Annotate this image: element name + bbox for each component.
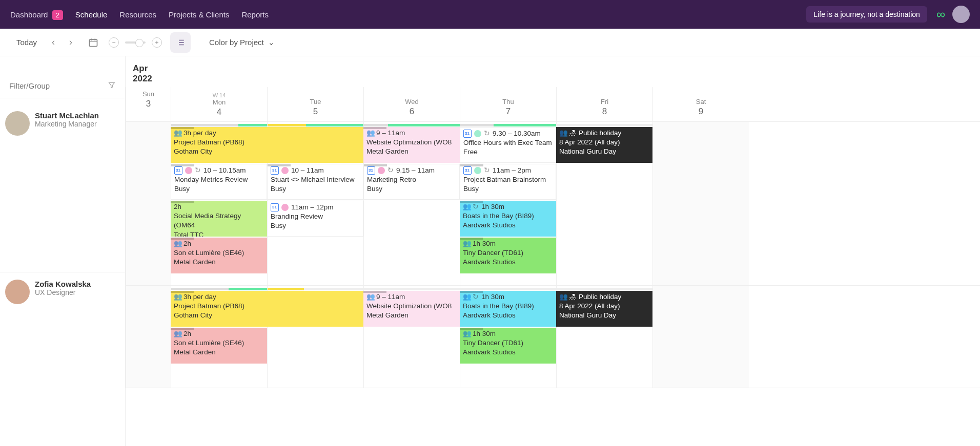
person-row: Stuart McLachlan Marketing Manager: [126, 122, 980, 286]
day-head-fri[interactable]: Fri8: [556, 87, 652, 121]
event-wo8[interactable]: 👥9 – 11am Website Optimization (WO8 Meta…: [363, 291, 460, 327]
person-avatar: [5, 111, 30, 136]
event-brainstorm[interactable]: ↻11am – 2pm Project Batman Brainstorm Bu…: [460, 164, 556, 200]
day-head-tue[interactable]: Tue5: [267, 87, 363, 121]
capacity-bar: [268, 288, 363, 290]
day-head-wed[interactable]: Wed6: [363, 87, 460, 121]
holiday-icon: 🏖: [569, 292, 576, 302]
people-icon: 👥: [463, 329, 470, 338]
day-col-sat[interactable]: [652, 286, 749, 388]
week-label: W 14: [171, 90, 267, 98]
people-icon: 👥: [174, 292, 181, 302]
color-dot-icon: [281, 167, 289, 174]
people-icon: 👥: [559, 292, 566, 302]
infinity-icon[interactable]: ∞: [936, 7, 945, 22]
capacity-bar: [460, 288, 556, 290]
event-office-hours[interactable]: ↻9.30 – 10.30am Office Hours with Exec T…: [460, 127, 556, 163]
gcal-icon: [463, 166, 472, 175]
next-button[interactable]: ›: [64, 35, 78, 50]
person-cell[interactable]: Stuart McLachlan Marketing Manager: [0, 104, 126, 143]
gcal-icon: [367, 166, 375, 175]
day-head-thu[interactable]: Thu7: [460, 87, 556, 121]
top-nav-bar: Dashboard 2 Schedule Resources Projects …: [0, 0, 980, 29]
recurring-icon: ↻: [484, 129, 490, 138]
gcal-icon: [174, 166, 182, 175]
event-wo8[interactable]: 👥9 – 11am Website Optimization (WO8 Meta…: [363, 127, 460, 163]
event-boats[interactable]: 👥↻1h 30m Boats in the Bay (BI89) Aardvar…: [460, 201, 556, 237]
capacity-bar: [557, 124, 652, 126]
event-marketing-retro[interactable]: ↻9.15 – 11am Marketing Retro Busy: [363, 164, 460, 200]
person-name: Zofia Kowalska: [35, 280, 91, 288]
day-head-sun[interactable]: Sun3: [126, 87, 171, 121]
today-button[interactable]: Today: [10, 34, 43, 51]
capacity-bar: [268, 124, 363, 126]
recurring-icon: ↻: [195, 166, 201, 175]
quote-banner: Life is a journey, not a destination: [806, 6, 927, 23]
nav-projects[interactable]: Projects & Clients: [169, 10, 229, 19]
people-icon: 👥: [174, 329, 181, 338]
event-stuart-interview[interactable]: 10 – 11am Stuart <> Michael Interview Bu…: [267, 164, 363, 200]
user-avatar[interactable]: [952, 6, 970, 23]
zoom-slider[interactable]: [125, 41, 146, 44]
person-role: UX Designer: [35, 288, 91, 296]
day-head-mon[interactable]: W 14 Mon4: [171, 87, 267, 121]
event-pb68[interactable]: 👥3h per day Project Batman (PB68) Gotham…: [171, 291, 363, 327]
prev-button[interactable]: ‹: [46, 35, 60, 50]
person-avatar: [5, 280, 30, 304]
capacity-bar: [364, 288, 460, 290]
color-dot-icon: [378, 167, 385, 174]
calendar-icon[interactable]: [86, 35, 100, 50]
color-dot-icon: [474, 167, 481, 174]
event-holiday[interactable]: 👥🏖Public holiday 8 Apr 2022 (All day) Na…: [556, 127, 652, 163]
day-col-sat[interactable]: [652, 122, 749, 285]
zoom-out-button[interactable]: −: [109, 37, 119, 48]
event-tiny-dancer[interactable]: 👥1h 30m Tiny Dancer (TD61) Aardvark Stud…: [460, 238, 556, 273]
day-col-sun[interactable]: [126, 286, 171, 388]
capacity-bar: [171, 124, 267, 126]
people-icon: 👥: [174, 129, 181, 138]
event-sel[interactable]: 👥2h Son et Lumière (SE46) Metal Garden: [171, 238, 267, 273]
person-row: Zofia Kowalska UX Designer: [126, 286, 980, 388]
color-by-dropdown[interactable]: Color by Project ⌄: [209, 38, 275, 47]
month-label: Apr 2022: [126, 56, 171, 87]
list-view-toggle[interactable]: [170, 32, 191, 53]
people-icon: 👥: [366, 129, 374, 138]
nav-reports[interactable]: Reports: [241, 10, 269, 19]
gcal-icon: [271, 166, 279, 175]
capacity-bar: [557, 288, 652, 290]
event-monday-metrics[interactable]: ↻10 – 10.15am Monday Metrics Review Busy: [171, 164, 267, 200]
recurring-icon: ↻: [484, 166, 490, 175]
event-tiny-dancer[interactable]: 👥1h 30m Tiny Dancer (TD61) Aardvark Stud…: [460, 328, 556, 364]
person-role: Marketing Manager: [35, 120, 99, 128]
people-icon: 👥: [463, 292, 470, 302]
svg-rect-0: [90, 39, 97, 46]
event-holiday[interactable]: 👥🏖Public holiday 8 Apr 2022 (All day) Na…: [556, 291, 652, 327]
capacity-bar: [364, 124, 460, 126]
filter-input[interactable]: [9, 81, 81, 90]
gcal-icon: [463, 130, 472, 138]
filter-icon[interactable]: [108, 81, 116, 91]
color-dot-icon: [185, 167, 192, 174]
people-icon: 👥: [463, 239, 470, 248]
recurring-icon: ↻: [473, 202, 479, 211]
event-social-media[interactable]: 2h Social Media Strategy (OM64 Total TTC: [171, 201, 267, 237]
person-cell[interactable]: Zofia Kowalska UX Designer: [0, 272, 126, 311]
nav-resources[interactable]: Resources: [119, 10, 156, 19]
event-boats[interactable]: 👥↻1h 30m Boats in the Bay (BI89) Aardvar…: [460, 291, 556, 327]
nav-schedule[interactable]: Schedule: [75, 10, 108, 19]
recurring-icon: ↻: [473, 292, 479, 302]
gcal-icon: [271, 203, 279, 211]
day-header-row: Sun3 W 14 Mon4 Tue5 Wed6 Thu7 Fri8 Sat9: [126, 87, 980, 122]
holiday-icon: 🏖: [569, 129, 576, 138]
event-sel[interactable]: 👥2h Son et Lumière (SE46) Metal Garden: [171, 328, 267, 364]
event-branding-review[interactable]: 11am – 12pm Branding Review Busy: [267, 201, 363, 237]
zoom-in-button[interactable]: +: [152, 37, 162, 48]
nav-dashboard[interactable]: Dashboard 2: [10, 10, 63, 19]
day-col-sun[interactable]: [126, 122, 171, 285]
color-dot-icon: [281, 204, 289, 211]
people-icon: 👥: [463, 202, 470, 211]
day-head-sat[interactable]: Sat9: [652, 87, 749, 121]
dashboard-badge: 2: [52, 10, 63, 20]
event-pb68[interactable]: 👥3h per day Project Batman (PB68) Gotham…: [171, 127, 363, 163]
people-icon: 👥: [559, 129, 566, 138]
